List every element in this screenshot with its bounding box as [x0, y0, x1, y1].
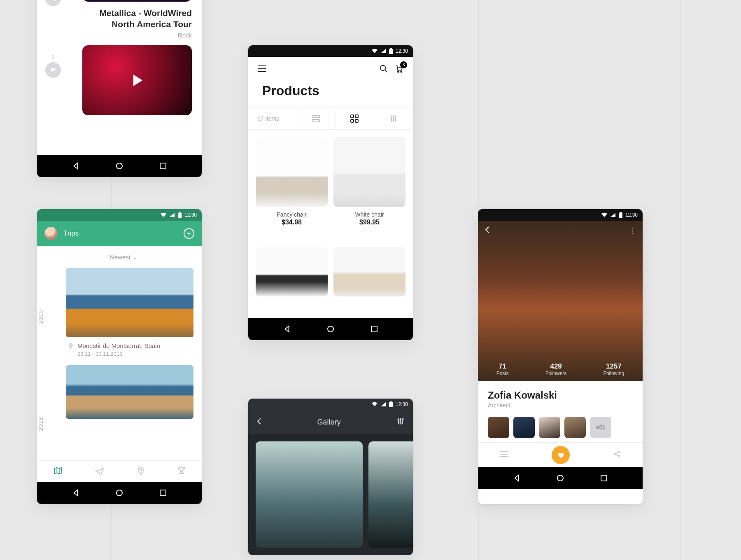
- friend-avatar[interactable]: [564, 417, 586, 438]
- gallery-body[interactable]: [248, 434, 413, 555]
- products-grid[interactable]: Fancy chair $34.98 White chair $99.95: [248, 130, 413, 318]
- back-icon[interactable]: [485, 226, 489, 235]
- favorite-button[interactable]: [552, 446, 570, 464]
- tab-achievements-icon[interactable]: [177, 466, 186, 477]
- profile-job: Architect: [488, 402, 633, 408]
- nav-back-icon[interactable]: [72, 161, 81, 170]
- svg-point-9: [140, 468, 142, 470]
- product-card[interactable]: [333, 247, 405, 311]
- play-icon[interactable]: [133, 75, 142, 86]
- trips-screen: 12:30 Trips + Newest⌄ 2019 Monestir de M…: [37, 209, 202, 504]
- svg-rect-13: [390, 48, 392, 49]
- menu-icon[interactable]: [257, 65, 266, 74]
- svg-point-5: [117, 163, 122, 169]
- android-status-bar: 12:30: [478, 209, 643, 221]
- svg-rect-29: [390, 401, 392, 402]
- back-icon[interactable]: [256, 418, 261, 427]
- music-cover-1[interactable]: [82, 0, 192, 2]
- sort-dropdown[interactable]: Newest⌄: [54, 254, 193, 261]
- gallery-image[interactable]: [256, 441, 363, 548]
- status-time: 12:30: [396, 401, 408, 407]
- music-cover-2[interactable]: [82, 45, 192, 115]
- gallery-screen: 12:30 Gallery: [248, 399, 413, 555]
- svg-rect-39: [601, 475, 607, 481]
- filter-button[interactable]: [374, 108, 413, 129]
- nav-recent-icon[interactable]: [370, 324, 379, 334]
- product-image: [333, 247, 405, 296]
- friends-row: +59: [488, 417, 633, 438]
- cart-badge: 3: [400, 61, 407, 68]
- product-image: [256, 247, 328, 296]
- profile-hero: ⋮ 71 Posts 429 Followers 1257 Following: [478, 221, 643, 381]
- tab-map-icon[interactable]: [53, 466, 63, 477]
- filter-icon[interactable]: [396, 417, 405, 427]
- svg-rect-8: [179, 212, 181, 213]
- avatar[interactable]: [44, 227, 58, 240]
- android-nav: [37, 155, 202, 177]
- gallery-image[interactable]: [368, 441, 413, 548]
- tab-list-icon[interactable]: [499, 451, 508, 459]
- svg-rect-21: [351, 119, 354, 122]
- product-card[interactable]: White chair $99.95: [333, 137, 405, 240]
- trip-location: Monestir de Montserrat, Spain: [77, 342, 160, 349]
- friend-avatar[interactable]: [539, 417, 560, 438]
- svg-point-30: [398, 419, 399, 420]
- search-icon[interactable]: [379, 64, 388, 75]
- svg-point-23: [391, 117, 392, 118]
- svg-rect-22: [355, 119, 358, 122]
- nav-back-icon[interactable]: [513, 474, 522, 483]
- trip-card[interactable]: [66, 365, 193, 419]
- tab-share-icon[interactable]: [613, 450, 621, 460]
- nav-home-icon[interactable]: [326, 324, 335, 334]
- svg-point-38: [557, 475, 563, 481]
- svg-point-14: [380, 65, 386, 71]
- share-icon[interactable]: [45, 0, 61, 6]
- music-screen: 2K 638 Metallica - WorldWired North Amer…: [37, 0, 202, 177]
- comment-icon[interactable]: [45, 62, 61, 78]
- friend-avatar[interactable]: [488, 417, 509, 438]
- svg-point-25: [395, 116, 396, 117]
- nav-back-icon[interactable]: [72, 488, 81, 497]
- nav-recent-icon[interactable]: [158, 161, 168, 170]
- stat-followers[interactable]: 429 Followers: [545, 362, 566, 376]
- svg-point-15: [398, 71, 399, 72]
- page-title: Trips: [63, 229, 178, 238]
- product-card[interactable]: [256, 247, 328, 311]
- nav-recent-icon[interactable]: [158, 488, 168, 497]
- product-card[interactable]: Fancy chair $34.98: [256, 137, 328, 240]
- friends-more-button[interactable]: +59: [590, 417, 611, 438]
- stat-posts[interactable]: 71 Posts: [496, 362, 509, 376]
- status-time: 12:30: [396, 48, 408, 54]
- friend-avatar[interactable]: [513, 417, 535, 438]
- trips-header: Trips +: [37, 221, 202, 246]
- svg-point-24: [393, 119, 394, 121]
- product-price: $99.95: [359, 219, 380, 226]
- page-title: Products: [248, 79, 413, 107]
- nav-back-icon[interactable]: [283, 324, 292, 334]
- nav-home-icon[interactable]: [556, 474, 565, 483]
- trips-body[interactable]: Newest⌄ 2019 Monestir de Montserrat, Spa…: [37, 246, 202, 460]
- svg-rect-7: [178, 213, 182, 218]
- nav-home-icon[interactable]: [115, 488, 124, 497]
- year-label: 2019: [37, 310, 44, 324]
- nav-recent-icon[interactable]: [599, 474, 608, 483]
- profile-screen: 12:30 ⋮ 71 Posts 429 Followers 1257 Foll…: [478, 209, 643, 504]
- view-list-button[interactable]: [296, 108, 335, 129]
- product-name: Fancy chair: [277, 211, 306, 218]
- android-nav: [248, 318, 413, 340]
- nav-home-icon[interactable]: [115, 161, 124, 170]
- tab-places-icon[interactable]: [136, 466, 145, 477]
- product-price: $34.98: [282, 219, 302, 226]
- android-nav: [478, 467, 643, 489]
- cart-button[interactable]: 3: [394, 64, 404, 75]
- add-trip-button[interactable]: +: [184, 228, 194, 239]
- tab-flights-icon[interactable]: [95, 466, 105, 477]
- more-icon[interactable]: ⋮: [629, 226, 636, 236]
- trip-card[interactable]: [66, 268, 193, 337]
- stat-following[interactable]: 1257 Following: [604, 362, 624, 376]
- svg-rect-18: [312, 119, 319, 122]
- android-status-bar: 12:30: [248, 45, 413, 57]
- view-grid-button[interactable]: [335, 108, 374, 129]
- status-time: 12:30: [184, 212, 197, 218]
- svg-rect-6: [160, 163, 166, 169]
